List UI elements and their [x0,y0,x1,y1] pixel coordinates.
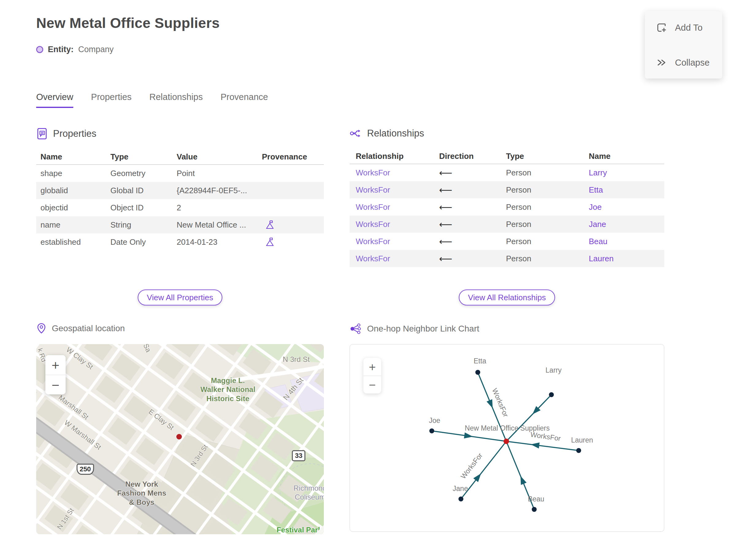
link-chart-section-header: One-hop Neighbor Link Chart [350,323,479,335]
relationship-type: Person [506,237,589,246]
property-value: New Metal Office ... [177,220,262,230]
node-label: Beau [528,495,544,503]
col-value: Value [177,152,262,162]
map-pin-icon [36,323,47,334]
col-type: Type [506,152,589,161]
entity-type-icon [36,46,43,53]
properties-table: Name Type Value Provenance shapeGeometry… [36,149,324,251]
node[interactable] [429,428,434,433]
node[interactable] [576,448,581,453]
col-name: Name [36,152,110,162]
table-row: WorksFor⟵PersonBeau [350,233,664,250]
property-name: objectid [36,203,110,213]
edge-arrow [487,399,493,408]
relationship-type: Person [506,254,589,263]
chart-zoom-in-button[interactable]: + [363,358,381,376]
collapse-button[interactable]: Collapse [645,57,722,68]
node[interactable] [458,497,463,501]
collapse-label: Collapse [675,58,710,68]
property-name: shape [36,169,110,178]
tab-relationships[interactable]: Relationships [149,92,203,108]
property-value: Point [177,169,262,178]
node[interactable] [549,392,554,397]
chart-zoom-out-button[interactable]: − [363,376,381,393]
add-to-icon [655,21,668,34]
map-zoom-in-button[interactable]: + [45,355,66,375]
property-provenance [262,220,324,230]
property-type: String [110,220,177,230]
add-to-label: Add To [675,23,703,33]
relationship-type: Person [506,220,589,229]
properties-table-header: Name Type Value Provenance [36,149,324,165]
related-entity-link[interactable]: Jane [589,220,606,229]
related-entity-link[interactable]: Joe [589,202,602,212]
node-label: Jane [453,485,468,493]
edge-arrow [464,432,473,439]
related-entity-link[interactable]: Larry [589,168,607,177]
col-name: Name [589,152,664,161]
geospatial-section-title: Geospatial location [52,324,125,333]
relationship-link[interactable]: WorksFor [356,202,390,212]
table-row: WorksFor⟵PersonLarry [350,164,664,181]
relationship-direction: ⟵ [439,202,506,213]
link-chart[interactable]: WorksForWorksForWorksForNew Metal Office… [350,344,664,532]
relationship-link[interactable]: WorksFor [356,237,390,246]
view-all-relationships-button[interactable]: View All Relationships [459,290,555,305]
table-row: WorksFor⟵PersonLauren [350,250,664,267]
view-all-properties-button[interactable]: View All Properties [138,290,222,305]
relationship-link[interactable]: WorksFor [356,168,390,177]
route-shield: 33 [292,450,305,461]
relationships-table: Relationship Direction Type Name WorksFo… [350,149,664,267]
related-entity-link[interactable]: Lauren [589,254,614,263]
map-entity-marker [176,434,182,439]
geospatial-section-header: Geospatial location [36,323,125,334]
col-provenance: Provenance [262,152,324,162]
property-name: established [36,237,110,247]
related-entity-link[interactable]: Beau [589,237,608,246]
node[interactable] [475,370,480,375]
table-row: WorksFor⟵PersonJane [350,216,664,233]
property-value: 2014-01-23 [177,237,262,247]
node-label: Lauren [571,436,593,444]
provenance-flag-icon[interactable] [266,220,274,230]
relationship-type: Person [506,202,589,212]
node-label: New Metal Office Suppliers [465,424,550,432]
relationship-link[interactable]: WorksFor [356,254,390,263]
properties-section-header: Properties [36,127,324,140]
map[interactable]: k RdW Clay StSaMarshall StW Marshall StE… [36,344,324,534]
actions-menu: Add To Collapse [645,11,722,79]
property-name: globalid [36,186,110,195]
edge-arrow [531,443,540,449]
relationship-link[interactable]: WorksFor [356,220,390,229]
add-to-button[interactable]: Add To [645,21,722,34]
edge-arrow [473,474,481,482]
page-title: New Metal Office Suppliers [36,15,220,31]
properties-icon [36,127,48,140]
link-chart-canvas: WorksForWorksForWorksForNew Metal Office… [350,344,664,531]
relationships-table-header: Relationship Direction Type Name [350,149,664,164]
map-attribution-toggle[interactable] [315,525,324,534]
map-zoom-out-button[interactable]: − [45,375,66,394]
route-shield: 250 [77,464,94,475]
tab-overview[interactable]: Overview [36,92,73,108]
tab-properties[interactable]: Properties [91,92,132,108]
table-row: globalidGlobal ID{A228944F-0EF5-... [36,182,324,199]
tab-provenance[interactable]: Provenance [220,92,268,108]
node-label: Etta [474,357,486,365]
relationship-link[interactable]: WorksFor [356,185,390,194]
relationship-type: Person [506,168,589,178]
map-zoom-control: + − [45,355,66,394]
col-direction: Direction [439,152,506,161]
relationship-direction: ⟵ [439,185,506,195]
entity-type-value: Company [78,45,114,54]
node-label: Joe [429,416,440,424]
table-row: WorksFor⟵PersonEtta [350,181,664,198]
node[interactable] [532,507,537,512]
relationship-direction: ⟵ [439,167,506,178]
related-entity-link[interactable]: Etta [589,185,603,194]
property-type: Geometry [110,169,177,178]
provenance-flag-icon[interactable] [266,237,274,247]
center-node[interactable] [504,439,509,444]
entity-label: Entity: [48,45,74,54]
chart-zoom-control: + − [363,358,381,393]
